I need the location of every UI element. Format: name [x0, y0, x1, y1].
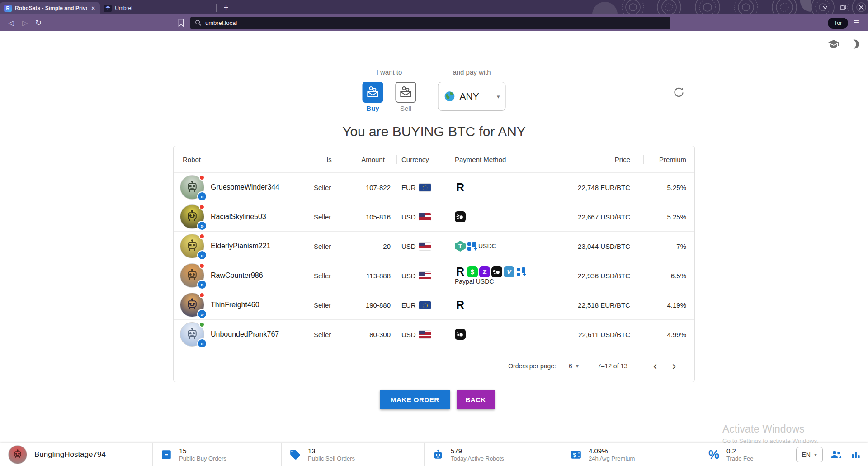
- cell-amount: 105-816: [349, 213, 397, 221]
- order-book-table: Robot Is Amount Currency Payment Method …: [173, 146, 695, 382]
- comet-payment-icon: [455, 211, 466, 222]
- buy-toggle-button[interactable]: Buy: [363, 82, 383, 112]
- username: BunglingHostage794: [34, 450, 106, 459]
- cell-currency: EUR: [401, 184, 416, 191]
- make-order-button[interactable]: MAKE ORDER: [380, 390, 450, 409]
- table-row[interactable]: » UnboundedPrank767 Seller 80-300 USD 22…: [174, 319, 694, 349]
- cell-price: 22,667 USD/BTC: [562, 213, 644, 221]
- pagination-bar: Orders per page: 6 ▾ 7–12 of 13 ‹ ›: [174, 349, 694, 382]
- robot-avatar: »: [180, 322, 204, 347]
- address-url: umbrel.local: [205, 19, 237, 26]
- reload-button[interactable]: ↻: [32, 18, 45, 28]
- cell-price: 22,611 USD/BTC: [562, 331, 644, 338]
- filter-pay: and pay with ANY ▾: [438, 68, 506, 111]
- sell-toggle-button[interactable]: Sell: [396, 82, 416, 112]
- status-dot: [199, 233, 205, 239]
- us-flag-icon: [419, 331, 431, 338]
- eu-flag-icon: [419, 184, 431, 191]
- search-icon: [195, 19, 202, 26]
- language-select[interactable]: EN ▾: [796, 447, 823, 462]
- page-title: You are BUYING BTC for ANY: [0, 124, 868, 139]
- chevrons-badge-icon: »: [197, 250, 207, 260]
- table-row[interactable]: » ElderlyPianism221 Seller 20 USD T USDC…: [174, 231, 694, 261]
- back-button-page[interactable]: BACK: [457, 390, 495, 409]
- table-row[interactable]: » ThinFreight460 Seller 190-880 EUR R 22…: [174, 290, 694, 319]
- robot-name: ThinFreight460: [211, 301, 259, 309]
- refresh-button[interactable]: [673, 86, 685, 100]
- stat-active-robots: 579Today Active Robots: [424, 443, 562, 466]
- header-payment-method: Payment Method: [449, 146, 562, 172]
- comet-payment-icon: [455, 329, 466, 340]
- revolut-icon: R: [455, 300, 466, 310]
- payment-method-text: Paypal USDC: [455, 278, 562, 285]
- cell-amount: 190-880: [349, 301, 397, 309]
- globe-icon: [444, 90, 456, 102]
- window-close-icon[interactable]: [858, 4, 864, 10]
- robot-avatar: »: [180, 204, 204, 229]
- per-page-select[interactable]: 6 ▾: [569, 362, 579, 370]
- currency-select[interactable]: ANY ▾: [438, 82, 506, 111]
- want-label: I want to: [363, 68, 416, 76]
- cell-currency: EUR: [401, 301, 416, 309]
- status-bar: BunglingHostage794 15Public Buy Orders 1…: [0, 443, 868, 466]
- back-button[interactable]: ◁: [5, 19, 18, 27]
- robot-name: GruesomeWinder344: [211, 183, 279, 191]
- cell-currency: USD: [401, 331, 416, 338]
- filter-want: I want to Buy Sell: [363, 68, 416, 112]
- us-flag-icon: [419, 272, 431, 280]
- misc-payment-icon: [467, 241, 477, 252]
- pay-label: and pay with: [438, 68, 506, 76]
- tor-circuit-button[interactable]: Tor: [828, 18, 848, 29]
- cell-premium: 7%: [644, 243, 695, 250]
- cell-currency: USD: [401, 243, 416, 250]
- cell-premium: 5.25%: [644, 213, 695, 221]
- cell-is: Seller: [309, 331, 349, 338]
- tag-icon: [289, 449, 302, 461]
- cell-premium: 6.5%: [644, 272, 695, 280]
- table-row[interactable]: » GruesomeWinder344 Seller 107-822 EUR R…: [174, 172, 694, 202]
- stat-public-sell-orders: 13Public Sell Orders: [281, 443, 424, 466]
- browser-tab-umbrel[interactable]: ☂ Umbrel: [100, 2, 137, 14]
- window-restore-icon[interactable]: [840, 4, 846, 10]
- dark-mode-icon[interactable]: [849, 38, 860, 52]
- comet-payment-icon: [491, 266, 502, 277]
- robot-icon: [432, 449, 444, 461]
- browser-tab-robosats[interactable]: R RoboSats - Simple and Private Bit ×: [0, 2, 100, 14]
- chevrons-badge-icon: »: [197, 191, 207, 201]
- header-price: Price: [562, 146, 644, 172]
- tab-separator: [216, 4, 217, 12]
- address-bar[interactable]: umbrel.local: [190, 17, 670, 29]
- cell-price: 22,518 EUR/BTC: [562, 301, 644, 309]
- tab-close-icon[interactable]: ×: [90, 5, 96, 12]
- percent-icon: %: [708, 448, 720, 462]
- menu-icon[interactable]: ≡: [848, 17, 863, 29]
- table-row[interactable]: » RawCounter986 Seller 113-888 USD R $ Z…: [174, 261, 694, 290]
- orders-per-page-label: Orders per page:: [508, 362, 556, 370]
- cell-price: 22,936 USD/BTC: [562, 272, 644, 280]
- new-tab-button[interactable]: +: [219, 3, 233, 13]
- learn-icon[interactable]: [828, 38, 840, 52]
- cell-currency: USD: [401, 272, 416, 280]
- next-page-button[interactable]: ›: [665, 361, 684, 371]
- eu-flag-icon: [419, 301, 431, 309]
- currency-value: ANY: [460, 91, 479, 102]
- forward-button[interactable]: ▷: [18, 19, 32, 27]
- window-minimize-icon[interactable]: [822, 4, 828, 10]
- svg-text:$: $: [573, 452, 576, 458]
- robot-profile[interactable]: BunglingHostage794: [0, 445, 152, 464]
- sell-label: Sell: [400, 105, 411, 112]
- community-icon[interactable]: [830, 448, 843, 461]
- tab-title: Umbrel: [115, 5, 132, 11]
- previous-page-button[interactable]: ‹: [646, 361, 665, 371]
- pagination-range: 7–12 of 13: [598, 362, 627, 370]
- browser-titlebar: R RoboSats - Simple and Private Bit × ☂ …: [0, 0, 868, 14]
- zelle-icon: Z: [479, 266, 490, 277]
- stat-public-buy-orders: 15Public Buy Orders: [152, 443, 281, 466]
- bookmark-icon[interactable]: [177, 19, 185, 27]
- chevrons-badge-icon: »: [197, 280, 207, 290]
- table-row[interactable]: » RacialSkyline503 Seller 105-816 USD 22…: [174, 202, 694, 231]
- status-dot: [199, 204, 205, 210]
- stats-icon[interactable]: [850, 449, 862, 461]
- cell-amount: 113-888: [349, 272, 397, 280]
- user-avatar: [8, 445, 27, 464]
